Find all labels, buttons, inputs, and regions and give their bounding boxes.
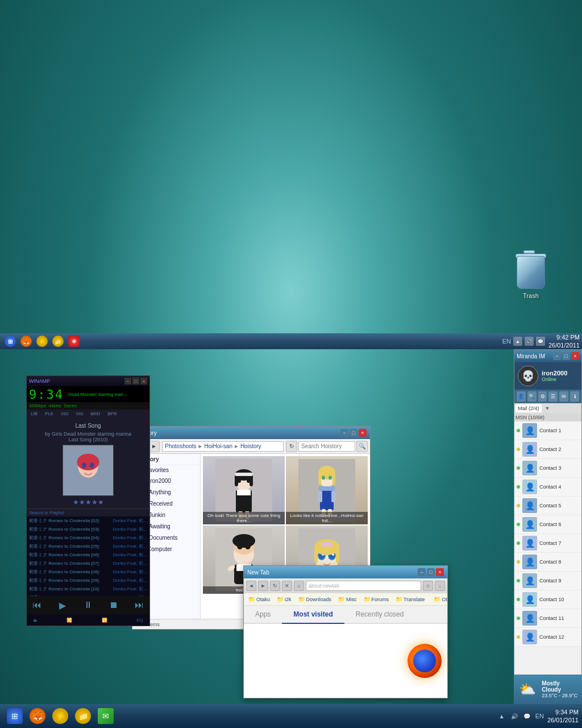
nt-back-button[interactable]: ◄ [246, 581, 256, 591]
winamp-repeat-button[interactable]: 🔁 [100, 617, 109, 623]
fe-photo-hoi2[interactable]: Looks like it noticed me...HoiHoi-san fo… [286, 456, 368, 524]
miranda-tab-mail[interactable]: Mail (2/4) [516, 404, 542, 412]
miranda-tool-menu[interactable]: ☰ [548, 391, 558, 402]
playlist-item[interactable]: 初音ミク Romeo to Cinderella [08]:Doriko Fea… [27, 568, 149, 576]
miranda-contact-7[interactable]: 👤Contact 8 [514, 553, 581, 572]
nt-stop-button[interactable]: ✕ [282, 581, 292, 591]
tb-start-button[interactable]: ⊞ [3, 335, 17, 348]
nt-home-button[interactable]: ⌂ [294, 581, 304, 591]
bm-other[interactable]: 📁 Other bookmarks [431, 594, 447, 605]
nt-titlebar[interactable]: New Tab − □ × [244, 566, 447, 578]
miranda-contact-1[interactable]: 👤Contact 2 [514, 440, 581, 459]
bm-forums[interactable]: 📁 Forums [361, 594, 392, 605]
fe-titlebar[interactable]: Hoistory − □ × [132, 427, 370, 439]
winamp-titlebar[interactable]: WINAMP − □ × [27, 376, 149, 386]
bt-start-button[interactable]: ⊞ [5, 706, 25, 726]
winamp-tab-bpr[interactable]: BPR [104, 410, 120, 417]
miranda-tool-addcontact[interactable]: 👤 [517, 391, 526, 402]
miranda-contact-8[interactable]: 👤Contact 9 [514, 572, 581, 590]
tb-lightning-button[interactable]: ⚡ [35, 335, 49, 348]
miranda-tool-mail[interactable]: ✉ [559, 391, 568, 402]
bt-tray-volume[interactable]: 🔊 [509, 711, 519, 721]
nt-downloads-button[interactable]: ↓ [435, 581, 445, 591]
fe-close-button[interactable]: × [359, 429, 367, 437]
nt-maximize-button[interactable]: □ [427, 568, 435, 576]
miranda-minimize-button[interactable]: − [553, 352, 561, 360]
winamp-rating[interactable]: ★★★★★ [29, 498, 147, 506]
winamp-tab-lib[interactable]: LIB [27, 410, 41, 417]
bt-firefox-button[interactable]: 🦊 [27, 706, 48, 726]
bm-translate[interactable]: 📁 Translate [393, 594, 427, 605]
weather-widget[interactable]: ⛅ Mostly Cloudy 23.5°C - 28.9°C [514, 675, 582, 704]
miranda-tool-info[interactable]: ℹ [570, 391, 579, 402]
bm-misc[interactable]: 📁 Misc [336, 594, 359, 605]
winamp-playlist[interactable]: 初音ミク Romeo to Cinderella [02]:Doriko Fea… [27, 516, 149, 596]
fe-minimize-button[interactable]: − [340, 429, 348, 437]
miranda-tool-options[interactable]: ⚙ [538, 391, 547, 402]
winamp-tab-ple[interactable]: PLE [41, 410, 57, 417]
fe-search-button[interactable]: 🔍 [356, 441, 368, 452]
winamp-stop-button[interactable]: ⏹ [108, 599, 119, 611]
playlist-item[interactable]: 初音ミク Romeo to Cinderella [02]:Doriko Fea… [27, 516, 149, 525]
winamp-tab-vid[interactable]: VID [57, 410, 72, 417]
nt-forward-button[interactable]: ► [258, 581, 268, 591]
fe-refresh-button[interactable]: ↻ [286, 441, 297, 452]
miranda-close-button[interactable]: × [571, 352, 579, 360]
playlist-item[interactable]: 初音ミク Romeo to Cinderella [09]:Doriko Fea… [27, 576, 149, 585]
fe-path-hoihoi[interactable]: HoiHoi-san [205, 443, 232, 449]
nt-tab-recently-closed[interactable]: Recently closed [344, 606, 415, 624]
bm-otaku[interactable]: 📁 Otaku [246, 594, 272, 605]
fe-search-input[interactable] [298, 441, 355, 452]
playlist-item[interactable]: 初音ミク Romeo to Cinderella [11]:Doriko Fea… [27, 593, 149, 596]
fe-path-photoshoots[interactable]: Photoshoots [165, 443, 197, 449]
miranda-contact-4[interactable]: 👤Contact 5 [514, 497, 581, 515]
miranda-maximize-button[interactable]: □ [562, 352, 570, 360]
nt-bookmark-star[interactable]: ☆ [423, 581, 433, 591]
tb-firefox-button[interactable]: 🦊 [19, 335, 33, 348]
tray-volume-icon[interactable]: 🔊 [525, 337, 534, 346]
nt-url-bar[interactable]: about:newtab [306, 581, 421, 591]
miranda-contact-2[interactable]: 👤Contact 3 [514, 459, 581, 478]
miranda-titlebar[interactable]: Miranda IM − □ × [514, 350, 581, 362]
tray-miranda-icon[interactable]: 💬 [536, 337, 545, 346]
winamp-minimize[interactable]: − [124, 378, 131, 384]
miranda-contact-9[interactable]: 👤Contact 10 [514, 590, 581, 609]
fe-path-hoistory[interactable]: Hoistory [240, 443, 261, 449]
bt-tray-network[interactable]: ▲ [497, 711, 507, 721]
winamp-shade[interactable]: □ [132, 378, 139, 384]
bt-folder-button[interactable]: 📁 [73, 706, 93, 726]
tb-folder-button[interactable]: 📁 [51, 335, 65, 348]
miranda-tool-search[interactable]: 🔍 [527, 391, 537, 402]
playlist-item[interactable]: 初音ミク Romeo to Cinderella [06]:Doriko Fea… [27, 551, 149, 559]
miranda-contact-11[interactable]: 👤Contact 12 [514, 628, 581, 647]
playlist-item[interactable]: 初音ミク Romeo to Cinderella [10]:Doriko Fea… [27, 585, 149, 593]
winamp-pause-button[interactable]: ⏸ [82, 599, 94, 611]
bt-tray-miranda[interactable]: 💬 [522, 711, 532, 721]
miranda-contact-3[interactable]: 👤Contact 4 [514, 478, 581, 497]
winamp-close[interactable]: × [140, 378, 147, 384]
nt-refresh-button[interactable]: ↻ [270, 581, 280, 591]
nt-tab-apps[interactable]: Apps [244, 606, 282, 624]
miranda-contact-6[interactable]: 👤Contact 7 [514, 534, 581, 553]
winamp-tab-vis[interactable]: VIS [72, 410, 86, 417]
winamp-next-button[interactable]: ⏭ [134, 599, 145, 611]
nt-minimize-button[interactable]: − [418, 568, 426, 576]
bt-lightning-button[interactable]: ⚡ [50, 706, 70, 726]
recycle-bin[interactable]: Trash [514, 250, 548, 299]
winamp-eq-button[interactable]: EQ [135, 617, 145, 623]
fe-photo-hoi1[interactable]: Oh look! There was some cute thing there… [203, 456, 285, 524]
bt-mail-button[interactable]: ✉ [95, 706, 116, 726]
winamp-play-button[interactable]: ▶ [57, 599, 68, 611]
playlist-item[interactable]: 初音ミク Romeo to Cinderella [05]:Doriko Fea… [27, 542, 149, 551]
bm-downloads[interactable]: 📁 Downloads [296, 594, 334, 605]
miranda-contact-5[interactable]: 👤Contact 6 [514, 515, 581, 534]
fe-address-bar[interactable]: Photoshoots ► HoiHoi-san ► Hoistory [162, 441, 284, 452]
playlist-item[interactable]: 初音ミク Romeo to Cinderella [03]:Doriko Fea… [27, 525, 149, 533]
playlist-item[interactable]: 初音ミク Romeo to Cinderella [07]:Doriko Fea… [27, 559, 149, 568]
miranda-contact-10[interactable]: 👤Contact 11 [514, 609, 581, 628]
winamp-tab-brd[interactable]: BRD [87, 410, 103, 417]
winamp-eject-button[interactable]: ⏏ [31, 617, 39, 623]
miranda-contact-0[interactable]: 👤Contact 1 [514, 421, 581, 440]
tb-asterisk-button[interactable]: ✳ [67, 335, 81, 348]
playlist-item[interactable]: 初音ミク Romeo to Cinderella [04]:Doriko Fea… [27, 533, 149, 542]
